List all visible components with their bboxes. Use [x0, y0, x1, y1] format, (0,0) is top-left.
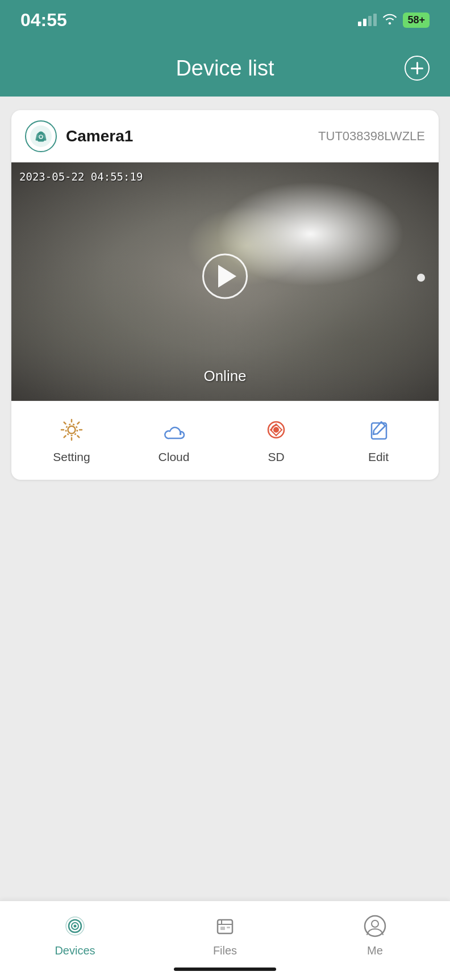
header: Device list: [0, 40, 450, 97]
status-time: 04:55: [20, 10, 67, 31]
battery-icon: 58+: [403, 12, 430, 28]
battery-pct: 58+: [407, 14, 425, 26]
nav-devices-label: Devices: [55, 944, 95, 957]
online-status: Online: [203, 367, 246, 385]
camera-header: Camera1 TUT038398LWZLE: [11, 110, 439, 162]
setting-icon: [57, 415, 86, 445]
setting-button[interactable]: Setting: [20, 415, 123, 464]
bottom-nav: Devices Files Me: [0, 901, 450, 980]
signal-icon: [358, 14, 377, 26]
play-button[interactable]: [202, 253, 248, 299]
cloud-icon: [159, 415, 189, 445]
svg-point-13: [74, 925, 77, 928]
me-nav-icon: [361, 912, 389, 940]
svg-point-5: [68, 426, 76, 434]
sd-label: SD: [268, 450, 284, 464]
device-card: Camera1 TUT038398LWZLE 2023-05-22 04:55:…: [11, 110, 439, 480]
svg-rect-17: [227, 927, 230, 928]
camera-id: TUT038398LWZLE: [318, 129, 425, 144]
setting-label: Setting: [53, 450, 90, 464]
cloud-button[interactable]: Cloud: [123, 415, 225, 464]
svg-rect-16: [220, 927, 225, 930]
svg-point-4: [40, 136, 43, 139]
files-nav-icon: [211, 912, 239, 940]
svg-rect-15: [218, 920, 232, 933]
nav-files-label: Files: [213, 944, 237, 957]
wifi-icon: [382, 12, 397, 27]
edit-label: Edit: [368, 450, 389, 464]
status-bar: 04:55 58+: [0, 0, 450, 40]
avatar: [25, 120, 57, 152]
edit-button[interactable]: Edit: [327, 415, 430, 464]
nav-files[interactable]: Files: [150, 912, 300, 957]
devices-nav-icon: [61, 912, 89, 940]
camera-name: Camera1: [66, 127, 309, 145]
play-icon: [218, 265, 236, 287]
edit-icon: [364, 415, 393, 445]
action-bar: Setting Cloud: [11, 401, 439, 480]
svg-point-19: [372, 920, 378, 927]
svg-point-9: [273, 427, 279, 433]
camera-feed[interactable]: 2023-05-22 04:55:19 Online: [11, 162, 439, 401]
nav-me[interactable]: Me: [300, 912, 450, 957]
home-indicator: [174, 968, 276, 971]
add-device-button[interactable]: [405, 56, 430, 81]
feed-timestamp: 2023-05-22 04:55:19: [19, 170, 143, 183]
page-title: Device list: [176, 56, 274, 81]
nav-me-label: Me: [367, 944, 383, 957]
sd-button[interactable]: SD: [225, 415, 327, 464]
sd-icon: [261, 415, 291, 445]
status-icons: 58+: [358, 12, 430, 28]
dot-indicator: [417, 274, 425, 282]
nav-devices[interactable]: Devices: [0, 912, 150, 957]
content-area: Camera1 TUT038398LWZLE 2023-05-22 04:55:…: [0, 97, 450, 925]
cloud-label: Cloud: [159, 450, 190, 464]
